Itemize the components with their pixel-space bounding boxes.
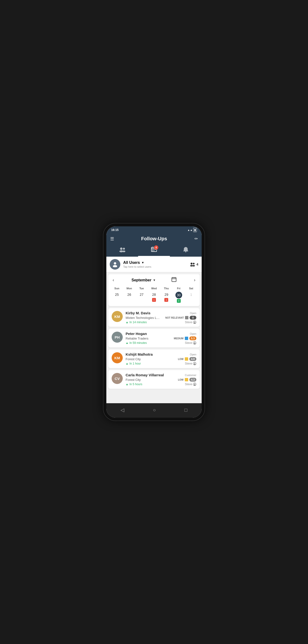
svg-point-35 <box>194 384 196 386</box>
tag-label-carla: LOW <box>178 378 183 381</box>
day-label-sat: Sat <box>185 286 197 291</box>
svg-point-14 <box>114 262 116 264</box>
tab-calendar[interactable]: 4 <box>138 244 170 257</box>
calendar-prev-button[interactable]: ‹ <box>111 276 116 284</box>
contact-company-carla: Forest City <box>126 378 164 382</box>
contact-status-kirby: Open <box>190 312 196 314</box>
svg-rect-8 <box>152 249 153 250</box>
user-selector-text: All Users ▼ Tap here to select users <box>123 260 190 268</box>
phone-frame: 16:15 ▴ ▴ ▮ ☰ Follow-Ups ⚰ <box>103 224 205 420</box>
top-bar: ☰ Follow-Ups ⚰ <box>106 234 202 244</box>
svg-rect-11 <box>152 250 153 251</box>
user-selector-name: All Users ▼ <box>123 260 190 265</box>
calendar-grid: Sun Mon Tue Wed Thu Fri Sat 25 26 27 <box>111 286 197 304</box>
svg-rect-9 <box>153 249 154 250</box>
card-content-kshijit: Kshijit Malhotra Open Forest City LOW 4.… <box>126 352 196 365</box>
calendar-badge: 4 <box>154 245 158 250</box>
card-content-kirby: Kirby M. Davis Open Mixten Technologies … <box>126 311 196 324</box>
cal-day-1[interactable]: 1 <box>185 291 197 304</box>
card-bottom-peter: ▲ In 59 minutes Steve <box>126 341 196 344</box>
cal-day-30[interactable]: 30 4 <box>173 291 185 304</box>
cal-day-25[interactable]: 25 <box>111 291 123 304</box>
bottom-nav: ◁ ○ □ <box>106 403 202 418</box>
avatar-peter: PH <box>112 332 123 343</box>
user-count: 4 <box>190 262 198 266</box>
calendar-next-button[interactable]: › <box>192 276 197 284</box>
recents-button[interactable]: □ <box>180 406 192 414</box>
user-avatar <box>110 259 120 270</box>
contact-card-peter[interactable]: PH Peter Hogan Open Reliable Traders MED… <box>108 329 200 348</box>
tag-score-carla: 4.3 <box>189 378 196 382</box>
card-middle-peter: Reliable Traders MEDIUM 5.3 <box>126 336 196 340</box>
user-selector[interactable]: All Users ▼ Tap here to select users 4 <box>106 257 202 272</box>
back-button[interactable]: ◁ <box>116 406 129 414</box>
contact-time-kshijit: ▲ In 1 hour <box>126 362 141 365</box>
contact-assignee-kirby: Steve <box>185 320 196 324</box>
phone-screen: 16:15 ▴ ▴ ▮ ☰ Follow-Ups ⚰ <box>106 226 202 418</box>
contact-assignee-carla: Steve <box>185 382 196 386</box>
svg-point-0 <box>120 248 122 250</box>
bell-icon-kirby: ▲ <box>126 320 128 324</box>
cal-badge-29: 1 <box>164 298 168 302</box>
svg-point-2 <box>123 248 125 250</box>
svg-point-15 <box>113 265 117 267</box>
tab-bar: 4 <box>106 244 202 257</box>
svg-point-32 <box>194 364 196 365</box>
bell-icon-carla: ▲ <box>126 382 128 386</box>
home-button[interactable]: ○ <box>148 406 161 414</box>
card-bottom-kirby: ▲ In 14 minutes Steve <box>126 320 196 324</box>
card-tags-kirby: NOT RELEVANT 0 <box>165 316 196 320</box>
svg-point-19 <box>193 265 195 266</box>
dropdown-arrow-icon: ▼ <box>141 261 144 264</box>
battery-icon: ▮ <box>193 228 197 232</box>
avatar-kirby: KM <box>112 311 123 322</box>
contact-card-kshijit[interactable]: KM Kshijit Malhotra Open Forest City LOW <box>108 350 200 368</box>
cal-badge-30: 4 <box>177 299 181 303</box>
cal-day-26[interactable]: 26 <box>123 291 135 304</box>
tag-color-peter <box>185 337 188 340</box>
status-icons: ▴ ▴ ▮ <box>188 228 197 232</box>
day-label-thu: Thu <box>160 286 173 291</box>
contact-status-carla: Customer <box>185 374 196 376</box>
month-dropdown-icon[interactable]: ▼ <box>153 278 156 282</box>
card-bottom-kshijit: ▲ In 1 hour Steve <box>126 362 196 365</box>
svg-rect-12 <box>153 250 154 251</box>
contact-name-peter: Peter Hogan <box>126 332 147 336</box>
card-top-peter: PH Peter Hogan Open Reliable Traders MED… <box>112 332 196 344</box>
cal-day-29[interactable]: 29 1 <box>160 291 173 304</box>
card-middle-carla: Forest City LOW 4.3 <box>126 378 196 382</box>
cal-day-28[interactable]: 28 1 <box>148 291 160 304</box>
card-bottom-carla: ▲ In 5 hours Steve <box>126 382 196 386</box>
card-middle-kirby: Mixten Technologies L… NOT RELEVANT 0 <box>126 316 196 320</box>
tab-people[interactable] <box>106 244 138 257</box>
tag-label-kshijit: LOW <box>178 358 183 360</box>
user-selector-subtext: Tap here to select users <box>123 265 190 268</box>
contact-name-carla: Carla Romay Villarreal <box>126 373 164 377</box>
bell-tab-icon <box>183 247 188 254</box>
calendar-month-title: September ▼ <box>131 278 156 282</box>
contact-time-peter: ▲ In 59 minutes <box>126 341 147 344</box>
card-top-kirby: KM Kirby M. Davis Open Mixten Technologi… <box>112 311 196 324</box>
tag-label-kirby: NOT RELEVANT <box>165 316 184 319</box>
contact-status-kshijit: Open <box>190 353 196 356</box>
cal-day-27[interactable]: 27 <box>135 291 148 304</box>
wifi-icon: ▴ <box>188 228 189 232</box>
tab-notifications[interactable] <box>170 244 202 257</box>
card-middle-kshijit: Forest City LOW 4.8 <box>126 357 196 361</box>
svg-point-25 <box>194 322 195 322</box>
contact-company-peter: Reliable Traders <box>126 337 164 340</box>
contact-card-carla[interactable]: CV Carla Romay Villarreal Customer Fores… <box>108 370 200 389</box>
card-top-kshijit: KM Kshijit Malhotra Open Forest City LOW <box>112 352 196 365</box>
card-name-row-peter: Peter Hogan Open <box>126 332 196 336</box>
contact-company-kirby: Mixten Technologies L… <box>126 316 164 320</box>
filter-icon[interactable]: ⚰ <box>194 236 198 242</box>
contact-name-kshijit: Kshijit Malhotra <box>126 352 153 356</box>
contact-card-kirby[interactable]: KM Kirby M. Davis Open Mixten Technologi… <box>108 308 200 327</box>
bell-icon-peter: ▲ <box>126 341 128 344</box>
calendar-today-icon[interactable] <box>171 277 177 283</box>
card-content-carla: Carla Romay Villarreal Customer Forest C… <box>126 373 196 386</box>
svg-point-34 <box>194 384 195 384</box>
day-label-mon: Mon <box>123 286 135 291</box>
hamburger-icon[interactable]: ☰ <box>110 237 114 241</box>
signal-icon: ▴ <box>191 228 192 232</box>
